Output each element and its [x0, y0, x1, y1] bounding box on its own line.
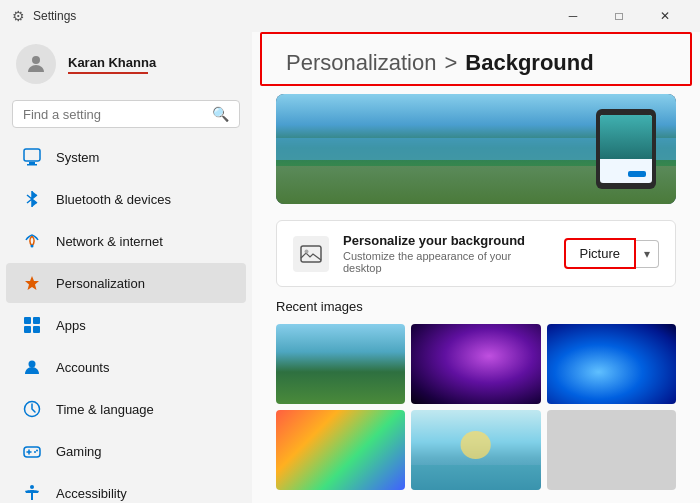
system-icon [22, 147, 42, 167]
background-dropdown-control[interactable]: Picture ▾ [564, 238, 659, 269]
network-icon [22, 231, 42, 251]
sidebar-item-system[interactable]: System [6, 137, 246, 177]
user-name: Karan Khanna [68, 55, 156, 70]
svg-point-16 [305, 249, 309, 253]
svg-point-14 [30, 485, 34, 489]
preview-screen-image [600, 115, 652, 159]
image-thumb-5[interactable] [411, 410, 540, 490]
minimize-button[interactable]: ─ [550, 0, 596, 32]
svg-point-13 [36, 450, 38, 452]
sidebar-item-gaming[interactable]: Gaming [6, 431, 246, 471]
sidebar-item-gaming-label: Gaming [56, 444, 102, 459]
sidebar-item-accounts[interactable]: Accounts [6, 347, 246, 387]
background-setting-row: Personalize your background Customize th… [276, 220, 676, 287]
user-underline [68, 72, 148, 74]
sidebar-item-apps[interactable]: Apps [6, 305, 246, 345]
svg-rect-7 [24, 326, 31, 333]
settings-icon: ⚙ [12, 8, 25, 24]
sidebar-item-personalization[interactable]: Personalization [6, 263, 246, 303]
svg-point-0 [32, 56, 40, 64]
sidebar-item-network-label: Network & internet [56, 234, 163, 249]
preview-device-screen [600, 115, 652, 183]
user-info: Karan Khanna [68, 55, 156, 74]
preview-device [596, 109, 656, 189]
background-setting-text: Personalize your background Customize th… [343, 233, 550, 274]
title-bar-label: Settings [33, 9, 76, 23]
sidebar-item-time-label: Time & language [56, 402, 154, 417]
images-grid [276, 324, 676, 490]
svg-rect-6 [33, 317, 40, 324]
svg-point-17 [461, 431, 491, 459]
accessibility-icon [22, 483, 42, 503]
image-thumb-4[interactable] [276, 410, 405, 490]
svg-rect-1 [24, 149, 40, 161]
title-bar: ⚙ Settings ─ □ ✕ [0, 0, 700, 32]
window-controls: ─ □ ✕ [550, 0, 688, 32]
svg-rect-3 [27, 164, 37, 166]
recent-images-title: Recent images [276, 299, 676, 314]
main-layout: Karan Khanna 🔍 System Bluetooth & device… [0, 32, 700, 503]
svg-point-4 [31, 245, 34, 248]
sidebar-item-time[interactable]: Time & language [6, 389, 246, 429]
sidebar-item-bluetooth-label: Bluetooth & devices [56, 192, 171, 207]
time-icon [22, 399, 42, 419]
sidebar-item-system-label: System [56, 150, 99, 165]
content-area: Personalization > Background [252, 32, 700, 503]
svg-point-9 [29, 361, 36, 368]
svg-rect-2 [29, 162, 35, 164]
breadcrumb: Personalization > Background [260, 32, 692, 86]
search-box[interactable]: 🔍 [12, 100, 240, 128]
preview-device-button [628, 171, 646, 177]
image-thumb-2[interactable] [411, 324, 540, 404]
personalization-icon [22, 273, 42, 293]
apps-icon [22, 315, 42, 335]
accounts-icon [22, 357, 42, 377]
svg-rect-15 [301, 246, 321, 262]
svg-point-12 [34, 451, 36, 453]
gaming-icon [22, 441, 42, 461]
sidebar: Karan Khanna 🔍 System Bluetooth & device… [0, 32, 252, 503]
search-icon: 🔍 [212, 106, 229, 122]
breadcrumb-separator: > [444, 50, 457, 76]
sidebar-item-personalization-label: Personalization [56, 276, 145, 291]
image-thumb-3[interactable] [547, 324, 676, 404]
svg-rect-5 [24, 317, 31, 324]
maximize-button[interactable]: □ [596, 0, 642, 32]
breadcrumb-current: Background [465, 50, 593, 76]
sidebar-item-apps-label: Apps [56, 318, 86, 333]
sidebar-item-accessibility-label: Accessibility [56, 486, 127, 501]
background-setting-subtitle: Customize the appearance of your desktop [343, 250, 550, 274]
sidebar-item-network[interactable]: Network & internet [6, 221, 246, 261]
sidebar-item-accounts-label: Accounts [56, 360, 109, 375]
avatar [16, 44, 56, 84]
svg-rect-8 [33, 326, 40, 333]
recent-images-section: Recent images [276, 299, 676, 490]
breadcrumb-parent[interactable]: Personalization [286, 50, 436, 76]
background-dropdown-arrow[interactable]: ▾ [636, 240, 659, 268]
close-button[interactable]: ✕ [642, 0, 688, 32]
background-setting-icon [293, 236, 329, 272]
image-thumb-1[interactable] [276, 324, 405, 404]
background-preview [276, 94, 676, 204]
image-thumb-6[interactable] [547, 410, 676, 490]
preview-image [276, 94, 676, 204]
sidebar-item-bluetooth[interactable]: Bluetooth & devices [6, 179, 246, 219]
background-setting-title: Personalize your background [343, 233, 550, 248]
search-input[interactable] [23, 107, 204, 122]
bluetooth-icon [22, 189, 42, 209]
svg-rect-18 [411, 465, 540, 490]
user-profile[interactable]: Karan Khanna [0, 32, 252, 96]
sidebar-item-accessibility[interactable]: Accessibility [6, 473, 246, 503]
background-dropdown-button[interactable]: Picture [564, 238, 636, 269]
